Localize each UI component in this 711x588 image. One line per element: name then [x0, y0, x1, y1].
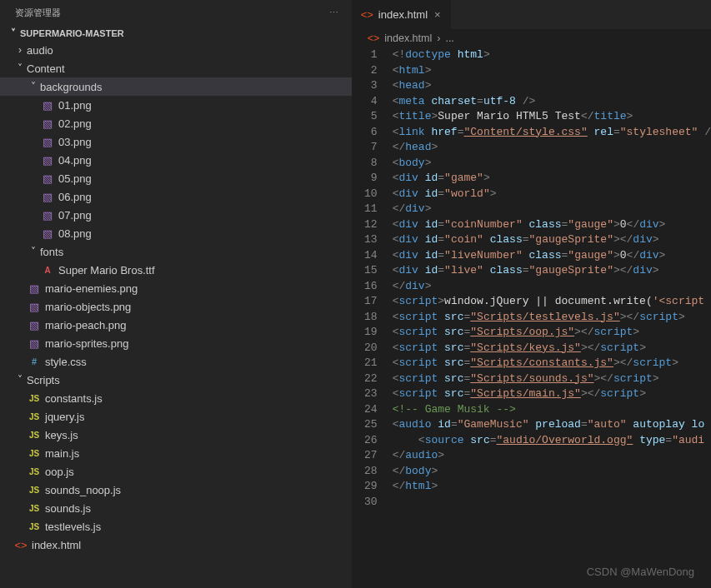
watermark: CSDN @MaWenDong — [587, 566, 694, 578]
close-icon[interactable]: × — [433, 7, 443, 22]
font-file-icon: A — [40, 266, 55, 275]
tree-item-label: 05.png — [58, 172, 92, 185]
img-file-icon: ▧ — [40, 172, 55, 185]
file-tree: ›audio˅Content˅backgrounds▧01.png▧02.png… — [0, 41, 352, 588]
tree-item-label: 04.png — [58, 154, 92, 167]
img-file-icon: ▧ — [27, 337, 42, 350]
file-04-png[interactable]: ▧04.png — [0, 151, 352, 169]
tree-item-label: mario-peach.png — [45, 319, 127, 331]
breadcrumb[interactable]: <> index.html › ... — [353, 29, 711, 47]
tree-item-label: sounds_noop.js — [45, 484, 121, 496]
line-gutter: 1234567891011121314151617181920212223242… — [353, 47, 393, 588]
explorer-header: 资源管理器 ⋯ — [0, 0, 352, 26]
chevron-down-icon: ˅ — [13, 374, 27, 386]
img-file-icon: ▧ — [40, 191, 55, 203]
folder-content[interactable]: ˅Content — [0, 59, 352, 77]
editor-tabs: <> index.html × — [353, 0, 711, 29]
folder-fonts[interactable]: ˅fonts — [0, 242, 352, 261]
folder-backgrounds[interactable]: ˅backgrounds — [0, 77, 352, 96]
tree-item-label: style.css — [45, 356, 87, 368]
file-mario-objects-png[interactable]: ▧mario-objects.png — [0, 297, 352, 316]
tree-item-label: keys.js — [45, 429, 78, 441]
file-mario-enemies-png[interactable]: ▧mario-enemies.png — [0, 279, 352, 297]
tree-item-label: mario-objects.png — [45, 301, 131, 313]
tree-item-label: main.js — [45, 447, 79, 460]
file-main-js[interactable]: JSmain.js — [0, 444, 352, 462]
chevron-down-icon: ˅ — [27, 81, 40, 92]
file-05-png[interactable]: ▧05.png — [0, 169, 352, 187]
js-file-icon: JS — [27, 467, 42, 476]
explorer-title: 资源管理器 — [15, 7, 61, 19]
tree-item-label: index.html — [32, 539, 81, 551]
tree-item-label: backgrounds — [40, 81, 102, 93]
chevron-down-icon: ˅ — [27, 246, 40, 257]
folder-audio[interactable]: ›audio — [0, 41, 352, 59]
file-keys-js[interactable]: JSkeys.js — [0, 426, 352, 444]
file-sounds-noop-js[interactable]: JSsounds_noop.js — [0, 481, 352, 499]
explorer-sidebar: 资源管理器 ⋯ ˅ SUPERMARIO-MASTER ›audio˅Conte… — [0, 0, 353, 588]
file-02-png[interactable]: ▧02.png — [0, 114, 352, 132]
tree-item-label: Super Mario Bros.ttf — [58, 264, 155, 277]
js-file-icon: JS — [27, 412, 42, 421]
file-testlevels-js[interactable]: JStestlevels.js — [0, 517, 352, 536]
js-file-icon: JS — [27, 431, 42, 440]
html-file-icon: <> — [361, 8, 373, 21]
tree-item-label: oop.js — [45, 466, 74, 478]
file-index-html[interactable]: <>index.html — [0, 536, 352, 554]
file-01-png[interactable]: ▧01.png — [0, 96, 352, 114]
tab-index-html[interactable]: <> index.html × — [353, 0, 451, 29]
file-03-png[interactable]: ▧03.png — [0, 132, 352, 151]
tree-item-label: 01.png — [58, 99, 92, 112]
file-mario-peach-png[interactable]: ▧mario-peach.png — [0, 316, 352, 334]
img-file-icon: ▧ — [40, 209, 55, 222]
tree-item-label: sounds.js — [45, 502, 91, 515]
file-style-css[interactable]: #style.css — [0, 352, 352, 371]
chevron-down-icon: ˅ — [13, 62, 27, 74]
file-constants-js[interactable]: JSconstants.js — [0, 389, 352, 407]
img-file-icon: ▧ — [40, 227, 55, 240]
code-editor[interactable]: 1234567891011121314151617181920212223242… — [353, 47, 711, 588]
file-07-png[interactable]: ▧07.png — [0, 206, 352, 224]
file-oop-js[interactable]: JSoop.js — [0, 462, 352, 481]
tree-item-label: mario-sprites.png — [45, 337, 128, 350]
tree-item-label: fonts — [40, 246, 63, 258]
tree-item-label: 07.png — [58, 209, 92, 222]
chevron-right-icon: › — [437, 32, 440, 44]
file-mario-sprites-png[interactable]: ▧mario-sprites.png — [0, 334, 352, 352]
js-file-icon: JS — [27, 504, 42, 513]
file-06-png[interactable]: ▧06.png — [0, 187, 352, 206]
file-08-png[interactable]: ▧08.png — [0, 224, 352, 242]
js-file-icon: JS — [27, 394, 42, 403]
tree-item-label: 08.png — [58, 227, 92, 240]
tree-item-label: jquery.js — [45, 411, 84, 423]
chevron-down-icon: ˅ — [7, 27, 20, 39]
tree-item-label: 02.png — [58, 117, 92, 130]
tab-label: index.html — [378, 8, 428, 21]
img-file-icon: ▧ — [40, 117, 55, 130]
more-actions-icon[interactable]: ⋯ — [329, 7, 338, 18]
tree-item-label: Scripts — [27, 374, 60, 386]
breadcrumb-file: index.html — [384, 32, 432, 44]
breadcrumb-more: ... — [445, 32, 453, 44]
img-file-icon: ▧ — [40, 136, 55, 148]
css-file-icon: # — [27, 356, 42, 366]
file-super-mario-bros-ttf[interactable]: ASuper Mario Bros.ttf — [0, 261, 352, 279]
html-file-icon: <> — [368, 32, 380, 44]
tree-item-label: 06.png — [58, 191, 92, 203]
tree-item-label: mario-enemies.png — [45, 282, 138, 295]
img-file-icon: ▧ — [27, 282, 42, 295]
js-file-icon: JS — [27, 486, 42, 495]
file-jquery-js[interactable]: JSjquery.js — [0, 407, 352, 426]
file-sounds-js[interactable]: JSsounds.js — [0, 499, 352, 517]
code-content[interactable]: <!doctype html><html><head><meta charset… — [393, 47, 711, 588]
img-file-icon: ▧ — [40, 99, 55, 112]
img-file-icon: ▧ — [27, 301, 42, 313]
html-file-icon: <> — [13, 539, 28, 551]
project-header[interactable]: ˅ SUPERMARIO-MASTER — [0, 26, 352, 41]
folder-scripts[interactable]: ˅Scripts — [0, 371, 352, 389]
chevron-right-icon: › — [13, 44, 27, 56]
editor-pane: <> index.html × <> index.html › ... 1234… — [353, 0, 711, 588]
tree-item-label: 03.png — [58, 136, 92, 148]
img-file-icon: ▧ — [27, 319, 42, 331]
tree-item-label: audio — [27, 44, 53, 57]
